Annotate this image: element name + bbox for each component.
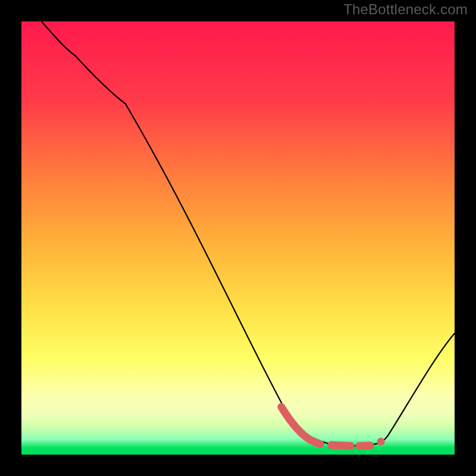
watermark-label: TheBottleneck.com	[343, 1, 468, 18]
red-dot	[377, 438, 385, 446]
chart-svg	[0, 0, 476, 476]
heat-gradient	[21, 21, 455, 455]
chart-frame: { "watermark": "TheBottleneck.com", "col…	[0, 0, 476, 476]
